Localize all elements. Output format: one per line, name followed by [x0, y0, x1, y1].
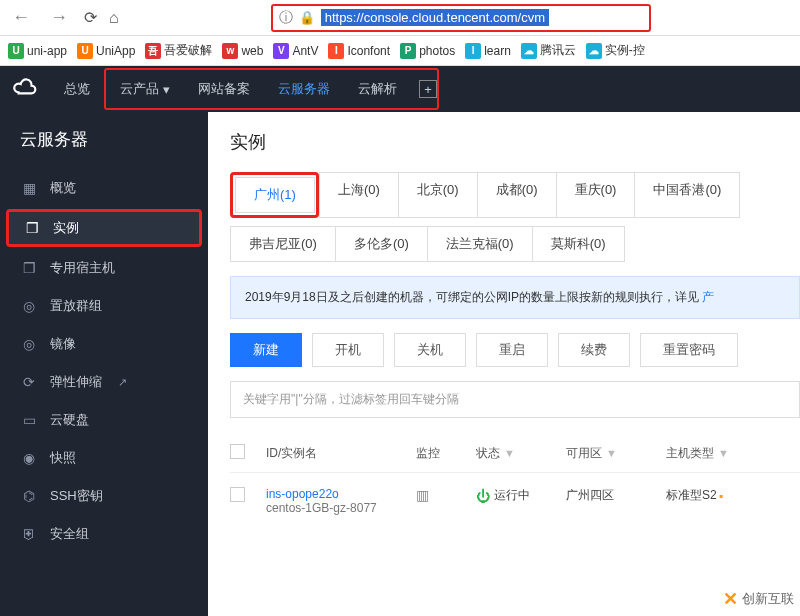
sidebar-label: 专用宿主机: [50, 259, 115, 277]
region-tab[interactable]: 多伦多(0): [335, 226, 428, 262]
bookmark-favicon: ☁: [521, 43, 537, 59]
col-type[interactable]: 主机类型 ▼: [666, 445, 776, 462]
sidebar-item[interactable]: ◎置放群组: [0, 287, 208, 325]
sidebar-icon: ◎: [20, 298, 38, 314]
bookmark-label: photos: [419, 44, 455, 58]
bookmark-item[interactable]: UUniApp: [77, 43, 135, 59]
sidebar-item[interactable]: ▦概览: [0, 169, 208, 207]
create-button[interactable]: 新建: [230, 333, 302, 367]
region-tab[interactable]: 广州(1): [235, 177, 315, 213]
sidebar-icon: ⟳: [20, 374, 38, 390]
bookmark-favicon: ☁: [586, 43, 602, 59]
filter-icon[interactable]: ▼: [504, 447, 515, 459]
instance-id[interactable]: ins-opope22o: [266, 487, 416, 501]
info-icon: ⓘ: [279, 9, 293, 27]
nav-beian[interactable]: 网站备案: [184, 66, 264, 112]
bookmark-favicon: U: [77, 43, 93, 59]
bookmark-favicon: U: [8, 43, 24, 59]
table-header: ID/实例名 监控 状态 ▼ 可用区 ▼ 主机类型 ▼: [230, 434, 800, 473]
row-checkbox[interactable]: [230, 487, 245, 502]
address-bar[interactable]: ⓘ 🔒 https://console.cloud.tencent.com/cv…: [271, 4, 651, 32]
sidebar-title: 云服务器: [0, 128, 208, 169]
restart-button[interactable]: 重启: [476, 333, 548, 367]
bookmark-item[interactable]: IIconfont: [328, 43, 390, 59]
stop-button[interactable]: 关机: [394, 333, 466, 367]
region-tab[interactable]: 法兰克福(0): [427, 226, 533, 262]
sidebar-item[interactable]: ◉快照: [0, 439, 208, 477]
sidebar-item[interactable]: ⛨安全组: [0, 515, 208, 553]
sidebar-label: 概览: [50, 179, 76, 197]
bookmark-item[interactable]: wweb: [222, 43, 263, 59]
sidebar-icon: ❒: [23, 220, 41, 236]
instance-name: centos-1GB-gz-8077: [266, 501, 416, 515]
bookmark-item[interactable]: Uuni-app: [8, 43, 67, 59]
region-tab[interactable]: 弗吉尼亚(0): [230, 226, 336, 262]
lock-icon: 🔒: [299, 10, 315, 25]
cell-name: ins-opope22ocentos-1GB-gz-8077: [266, 487, 416, 515]
region-tab[interactable]: 重庆(0): [556, 172, 636, 218]
notice-banner: 2019年9月18日及之后创建的机器，可绑定的公网IP的数量上限按新的规则执行，…: [230, 276, 800, 319]
sidebar-item[interactable]: ⟳弹性伸缩↗: [0, 363, 208, 401]
bookmark-label: learn: [484, 44, 511, 58]
browser-toolbar: ← → ⟳ ⌂ ⓘ 🔒 https://console.cloud.tencen…: [0, 0, 800, 36]
reload-icon[interactable]: ⟳: [84, 8, 97, 27]
region-tab[interactable]: 北京(0): [398, 172, 478, 218]
nav-products[interactable]: 云产品 ▾: [106, 66, 184, 112]
filter-input[interactable]: 关键字用"|"分隔，过滤标签用回车键分隔: [230, 381, 800, 418]
sidebar-icon: ▦: [20, 180, 38, 196]
col-name[interactable]: ID/实例名: [266, 445, 416, 462]
cell-zone: 广州四区: [566, 487, 666, 504]
bookmark-item[interactable]: ☁实例-控: [586, 42, 645, 59]
nav-dns[interactable]: 云解析: [344, 66, 411, 112]
col-status[interactable]: 状态 ▼: [476, 445, 566, 462]
notice-link[interactable]: 产: [702, 290, 714, 304]
sidebar-item[interactable]: ◎镜像: [0, 325, 208, 363]
start-button[interactable]: 开机: [312, 333, 384, 367]
bookmark-item[interactable]: VAntV: [273, 43, 318, 59]
bookmark-label: web: [241, 44, 263, 58]
sidebar-icon: ⛨: [20, 526, 38, 542]
action-bar: 新建 开机 关机 重启 续费 重置密码: [230, 333, 800, 367]
nav-highlight-group: 云产品 ▾ 网站备案 云服务器 云解析 +: [104, 68, 439, 110]
sidebar-icon: ⌬: [20, 488, 38, 504]
bookmark-item[interactable]: llearn: [465, 43, 511, 59]
tencent-cloud-logo[interactable]: [0, 76, 50, 102]
sidebar-item[interactable]: ▭云硬盘: [0, 401, 208, 439]
col-monitor[interactable]: 监控: [416, 445, 476, 462]
table-row: ins-opope22ocentos-1GB-gz-8077 ▥ ⏻运行中 广州…: [230, 473, 800, 529]
bookmark-item[interactable]: ☁腾讯云: [521, 42, 576, 59]
resetpw-button[interactable]: 重置密码: [640, 333, 738, 367]
watermark-logo-icon: ✕: [723, 588, 738, 610]
col-zone[interactable]: 可用区 ▼: [566, 445, 666, 462]
home-icon[interactable]: ⌂: [109, 9, 119, 27]
bookmark-item[interactable]: 吾吾爱破解: [145, 42, 212, 59]
cell-monitor[interactable]: ▥: [416, 487, 476, 503]
add-nav-icon[interactable]: +: [419, 80, 437, 98]
region-tab[interactable]: 成都(0): [477, 172, 557, 218]
back-icon[interactable]: ←: [8, 7, 34, 28]
region-tab[interactable]: 中国香港(0): [634, 172, 740, 218]
sidebar-item[interactable]: ⌬SSH密钥: [0, 477, 208, 515]
bookmark-favicon: l: [465, 43, 481, 59]
filter-icon[interactable]: ▼: [606, 447, 617, 459]
sidebar-item[interactable]: ❒专用宿主机: [0, 249, 208, 287]
url-text: https://console.cloud.tencent.com/cvm: [321, 9, 549, 26]
sidebar-icon: ▭: [20, 412, 38, 428]
sidebar-item[interactable]: ❒实例: [6, 209, 202, 247]
renew-button[interactable]: 续费: [558, 333, 630, 367]
bookmark-item[interactable]: Pphotos: [400, 43, 455, 59]
select-all-checkbox[interactable]: [230, 444, 245, 459]
bookmark-label: UniApp: [96, 44, 135, 58]
watermark: ✕ 创新互联: [723, 588, 794, 610]
forward-icon[interactable]: →: [46, 7, 72, 28]
nav-cvm[interactable]: 云服务器: [264, 66, 344, 112]
nav-overview[interactable]: 总览: [50, 66, 104, 112]
region-tab[interactable]: 上海(0): [319, 172, 399, 218]
top-nav: 总览 云产品 ▾ 网站备案 云服务器 云解析 +: [0, 66, 800, 112]
filter-icon[interactable]: ▼: [718, 447, 729, 459]
sidebar-label: 置放群组: [50, 297, 102, 315]
region-tab[interactable]: 莫斯科(0): [532, 226, 625, 262]
bookmark-favicon: I: [328, 43, 344, 59]
cell-status: ⏻运行中: [476, 487, 566, 504]
bookmark-label: Iconfont: [347, 44, 390, 58]
